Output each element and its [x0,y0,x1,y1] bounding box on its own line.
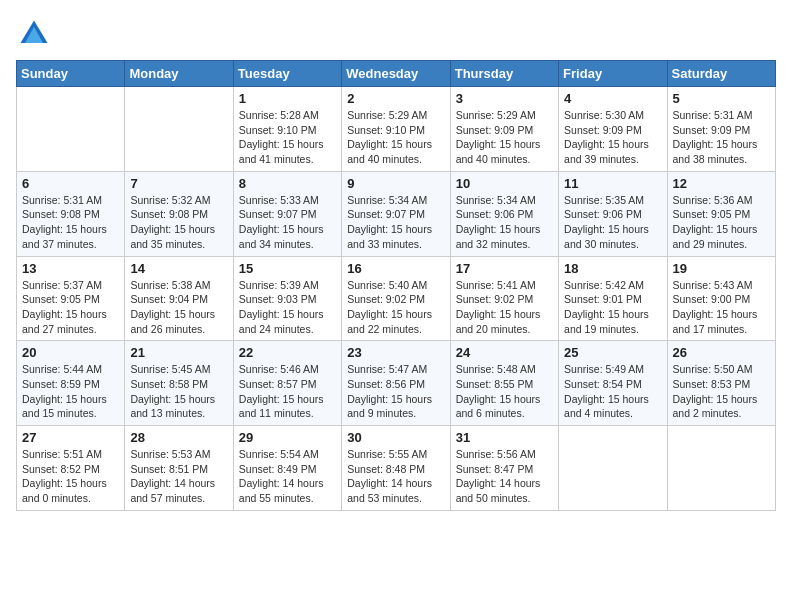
day-info: Sunrise: 5:55 AM Sunset: 8:48 PM Dayligh… [347,447,444,506]
weekday-header: Thursday [450,61,558,87]
calendar-cell: 25Sunrise: 5:49 AM Sunset: 8:54 PM Dayli… [559,341,667,426]
day-number: 6 [22,176,119,191]
day-info: Sunrise: 5:47 AM Sunset: 8:56 PM Dayligh… [347,362,444,421]
day-number: 27 [22,430,119,445]
calendar-cell: 1Sunrise: 5:28 AM Sunset: 9:10 PM Daylig… [233,87,341,172]
day-info: Sunrise: 5:38 AM Sunset: 9:04 PM Dayligh… [130,278,227,337]
calendar-cell: 11Sunrise: 5:35 AM Sunset: 9:06 PM Dayli… [559,171,667,256]
day-info: Sunrise: 5:33 AM Sunset: 9:07 PM Dayligh… [239,193,336,252]
calendar-cell: 19Sunrise: 5:43 AM Sunset: 9:00 PM Dayli… [667,256,775,341]
calendar-cell: 6Sunrise: 5:31 AM Sunset: 9:08 PM Daylig… [17,171,125,256]
calendar-cell: 24Sunrise: 5:48 AM Sunset: 8:55 PM Dayli… [450,341,558,426]
calendar-cell [17,87,125,172]
day-info: Sunrise: 5:29 AM Sunset: 9:09 PM Dayligh… [456,108,553,167]
day-number: 24 [456,345,553,360]
day-info: Sunrise: 5:35 AM Sunset: 9:06 PM Dayligh… [564,193,661,252]
calendar-cell: 21Sunrise: 5:45 AM Sunset: 8:58 PM Dayli… [125,341,233,426]
weekday-header: Saturday [667,61,775,87]
calendar-cell: 7Sunrise: 5:32 AM Sunset: 9:08 PM Daylig… [125,171,233,256]
page-header [16,16,776,52]
day-number: 8 [239,176,336,191]
day-info: Sunrise: 5:34 AM Sunset: 9:07 PM Dayligh… [347,193,444,252]
day-number: 7 [130,176,227,191]
day-info: Sunrise: 5:53 AM Sunset: 8:51 PM Dayligh… [130,447,227,506]
day-number: 11 [564,176,661,191]
calendar-cell: 28Sunrise: 5:53 AM Sunset: 8:51 PM Dayli… [125,426,233,511]
day-number: 31 [456,430,553,445]
day-number: 29 [239,430,336,445]
day-info: Sunrise: 5:34 AM Sunset: 9:06 PM Dayligh… [456,193,553,252]
day-number: 30 [347,430,444,445]
calendar-cell: 26Sunrise: 5:50 AM Sunset: 8:53 PM Dayli… [667,341,775,426]
calendar-week-row: 1Sunrise: 5:28 AM Sunset: 9:10 PM Daylig… [17,87,776,172]
day-number: 25 [564,345,661,360]
calendar-cell: 5Sunrise: 5:31 AM Sunset: 9:09 PM Daylig… [667,87,775,172]
day-info: Sunrise: 5:56 AM Sunset: 8:47 PM Dayligh… [456,447,553,506]
day-number: 18 [564,261,661,276]
calendar-cell: 23Sunrise: 5:47 AM Sunset: 8:56 PM Dayli… [342,341,450,426]
day-number: 19 [673,261,770,276]
day-info: Sunrise: 5:37 AM Sunset: 9:05 PM Dayligh… [22,278,119,337]
day-number: 23 [347,345,444,360]
day-info: Sunrise: 5:54 AM Sunset: 8:49 PM Dayligh… [239,447,336,506]
logo-icon [16,16,52,52]
day-info: Sunrise: 5:30 AM Sunset: 9:09 PM Dayligh… [564,108,661,167]
calendar-week-row: 20Sunrise: 5:44 AM Sunset: 8:59 PM Dayli… [17,341,776,426]
calendar-cell: 15Sunrise: 5:39 AM Sunset: 9:03 PM Dayli… [233,256,341,341]
day-number: 28 [130,430,227,445]
day-info: Sunrise: 5:51 AM Sunset: 8:52 PM Dayligh… [22,447,119,506]
day-number: 14 [130,261,227,276]
day-number: 13 [22,261,119,276]
day-info: Sunrise: 5:48 AM Sunset: 8:55 PM Dayligh… [456,362,553,421]
calendar-week-row: 13Sunrise: 5:37 AM Sunset: 9:05 PM Dayli… [17,256,776,341]
day-number: 26 [673,345,770,360]
day-info: Sunrise: 5:43 AM Sunset: 9:00 PM Dayligh… [673,278,770,337]
day-number: 10 [456,176,553,191]
calendar-cell: 22Sunrise: 5:46 AM Sunset: 8:57 PM Dayli… [233,341,341,426]
calendar-cell: 31Sunrise: 5:56 AM Sunset: 8:47 PM Dayli… [450,426,558,511]
weekday-header: Sunday [17,61,125,87]
day-info: Sunrise: 5:45 AM Sunset: 8:58 PM Dayligh… [130,362,227,421]
day-number: 4 [564,91,661,106]
logo [16,16,56,52]
day-info: Sunrise: 5:36 AM Sunset: 9:05 PM Dayligh… [673,193,770,252]
calendar-cell: 17Sunrise: 5:41 AM Sunset: 9:02 PM Dayli… [450,256,558,341]
calendar-cell: 13Sunrise: 5:37 AM Sunset: 9:05 PM Dayli… [17,256,125,341]
day-info: Sunrise: 5:44 AM Sunset: 8:59 PM Dayligh… [22,362,119,421]
calendar-cell: 16Sunrise: 5:40 AM Sunset: 9:02 PM Dayli… [342,256,450,341]
day-info: Sunrise: 5:31 AM Sunset: 9:09 PM Dayligh… [673,108,770,167]
day-number: 16 [347,261,444,276]
calendar-week-row: 27Sunrise: 5:51 AM Sunset: 8:52 PM Dayli… [17,426,776,511]
calendar-cell: 9Sunrise: 5:34 AM Sunset: 9:07 PM Daylig… [342,171,450,256]
calendar-cell [559,426,667,511]
day-info: Sunrise: 5:41 AM Sunset: 9:02 PM Dayligh… [456,278,553,337]
calendar-table: SundayMondayTuesdayWednesdayThursdayFrid… [16,60,776,511]
calendar-cell: 10Sunrise: 5:34 AM Sunset: 9:06 PM Dayli… [450,171,558,256]
day-number: 20 [22,345,119,360]
day-number: 2 [347,91,444,106]
day-number: 12 [673,176,770,191]
day-info: Sunrise: 5:29 AM Sunset: 9:10 PM Dayligh… [347,108,444,167]
weekday-header-row: SundayMondayTuesdayWednesdayThursdayFrid… [17,61,776,87]
calendar-cell: 20Sunrise: 5:44 AM Sunset: 8:59 PM Dayli… [17,341,125,426]
day-number: 1 [239,91,336,106]
calendar-week-row: 6Sunrise: 5:31 AM Sunset: 9:08 PM Daylig… [17,171,776,256]
day-number: 9 [347,176,444,191]
calendar-cell: 29Sunrise: 5:54 AM Sunset: 8:49 PM Dayli… [233,426,341,511]
calendar-cell [125,87,233,172]
weekday-header: Tuesday [233,61,341,87]
calendar-cell: 12Sunrise: 5:36 AM Sunset: 9:05 PM Dayli… [667,171,775,256]
day-info: Sunrise: 5:40 AM Sunset: 9:02 PM Dayligh… [347,278,444,337]
day-info: Sunrise: 5:32 AM Sunset: 9:08 PM Dayligh… [130,193,227,252]
day-info: Sunrise: 5:50 AM Sunset: 8:53 PM Dayligh… [673,362,770,421]
calendar-cell: 14Sunrise: 5:38 AM Sunset: 9:04 PM Dayli… [125,256,233,341]
weekday-header: Friday [559,61,667,87]
day-number: 17 [456,261,553,276]
calendar-cell: 8Sunrise: 5:33 AM Sunset: 9:07 PM Daylig… [233,171,341,256]
day-number: 15 [239,261,336,276]
calendar-cell: 3Sunrise: 5:29 AM Sunset: 9:09 PM Daylig… [450,87,558,172]
day-info: Sunrise: 5:42 AM Sunset: 9:01 PM Dayligh… [564,278,661,337]
day-number: 21 [130,345,227,360]
weekday-header: Monday [125,61,233,87]
day-info: Sunrise: 5:46 AM Sunset: 8:57 PM Dayligh… [239,362,336,421]
